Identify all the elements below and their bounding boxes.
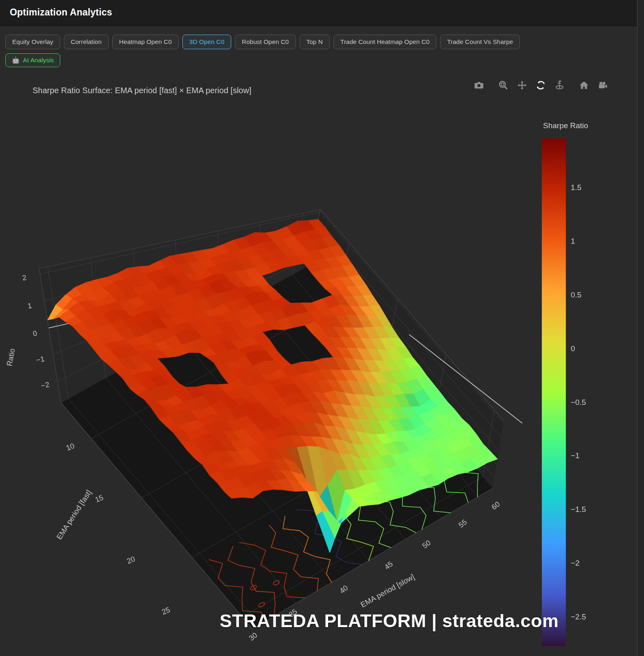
colorbar-title: Sharpe Ratio [543, 121, 588, 130]
tab-correlation[interactable]: Correlation [64, 35, 109, 49]
home-icon[interactable] [578, 80, 589, 91]
tab-trade-count-vs-sharpe[interactable]: Trade Count Vs Sharpe [440, 35, 520, 49]
z-tick-label: −1 [35, 355, 45, 365]
zoom-icon[interactable] [498, 80, 509, 91]
ai-analysis-row: 🤖 AI Analysis [5, 53, 60, 67]
robot-icon: 🤖 [12, 56, 20, 64]
colorbar-tick-label: −1.5 [571, 505, 586, 514]
pan-icon[interactable] [517, 80, 528, 91]
video-camera-icon[interactable] [597, 80, 608, 91]
tab-robust-open-c0[interactable]: Robust Open C0 [235, 35, 296, 49]
tab-3d-open-c0[interactable]: 3D Open C0 [182, 35, 231, 49]
colorbar-tick-label: −1 [571, 451, 580, 460]
page-title: Optimization Analytics [0, 0, 644, 18]
ai-analysis-label: AI Analysis [23, 56, 54, 64]
plotly-modebar [473, 80, 608, 91]
colorbar-tick-label: −2.5 [571, 612, 586, 621]
colorbar-tick-label: 0.5 [571, 291, 581, 300]
colorbar-tick-label: 1.5 [571, 183, 581, 192]
tab-equity-overlay[interactable]: Equity Overlay [5, 35, 60, 49]
tab-top-n[interactable]: Top N [300, 35, 330, 49]
chart-title: Sharpe Ratio Surface: EMA period [fast] … [33, 86, 252, 95]
colorbar-tick-label: −2 [571, 559, 580, 568]
tab-trade-count-heatmap-open-c0[interactable]: Trade Count Heatmap Open C0 [333, 35, 436, 49]
turntable-rotation-icon[interactable] [554, 80, 565, 91]
app-header: Optimization Analytics [0, 0, 644, 27]
colorbar-tick-label: 1 [571, 237, 575, 246]
tab-bar: Equity OverlayCorrelationHeatmap Open C0… [5, 35, 520, 49]
snapshot-camera-icon[interactable] [473, 80, 484, 91]
tab-heatmap-open-c0[interactable]: Heatmap Open C0 [112, 35, 179, 49]
scrollbar[interactable] [637, 0, 644, 656]
orbit-rotation-icon[interactable] [535, 80, 546, 91]
z-tick-label: −2 [40, 380, 50, 390]
colorbar-tick-label: −0.5 [571, 398, 586, 407]
colorbar-gradient [542, 138, 566, 646]
colorbar-tick-label: 0 [571, 344, 575, 353]
watermark: STRATEDA PLATFORM | strateda.com [220, 610, 559, 632]
ai-analysis-button[interactable]: 🤖 AI Analysis [5, 53, 60, 67]
